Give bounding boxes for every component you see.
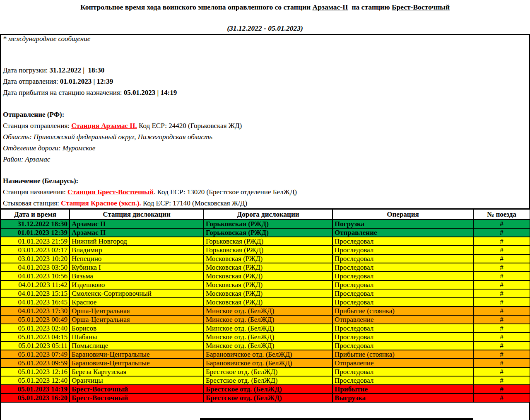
cell-station: Борисов xyxy=(70,324,204,333)
cell-date: 31.12.2022 18:30 xyxy=(1,220,70,228)
cell-operation: Проследовал xyxy=(332,367,473,376)
table-row: 05.01.2023 05:11ПомыслищеМинское отд. (Б… xyxy=(1,341,530,350)
summary-block: Дата погрузки: 31.12.2022 | 18:30 Дата о… xyxy=(3,65,177,98)
cell-station: Арзамас II xyxy=(70,220,204,228)
cell-train: # xyxy=(473,228,530,237)
cell-operation: Проследовал xyxy=(332,289,473,298)
destination-station-line: Станция назначения: Станция Брест-Восточ… xyxy=(3,186,297,198)
cell-station: Непецино xyxy=(70,254,204,263)
international-note: * международное сообщение xyxy=(3,35,90,43)
cell-road: Горьковская (РЖД) xyxy=(204,220,332,228)
cell-operation: Проследовал xyxy=(332,254,473,263)
cell-station: Орша-Центральная xyxy=(70,315,204,324)
departure-station-label: Станция отправления: xyxy=(3,122,71,130)
cell-station: Нижний Новгород xyxy=(70,237,204,246)
destination-station-rest: . Код ЕСР: 13020 (Брестское отделение Бе… xyxy=(154,188,297,196)
departure-heading: Отправление (РФ): xyxy=(3,109,242,120)
cell-date: 05.01.2023 12:16 xyxy=(1,367,70,376)
cell-station: Красное xyxy=(70,298,204,307)
cell-operation: Отправление xyxy=(332,228,473,237)
destination-section: Назначение (Беларусь): Станция назначени… xyxy=(3,175,297,209)
cell-train: # xyxy=(473,280,530,289)
cell-operation: Проследовал xyxy=(332,298,473,307)
cell-road: Московская (РЖД) xyxy=(204,280,332,289)
cell-train: # xyxy=(473,393,530,402)
departure-region-line: Область: Приволжский федеральный округ, … xyxy=(3,131,242,142)
cell-date: 05.01.2023 00:49 xyxy=(1,315,70,324)
table-row: 05.01.2023 04:15ШабаныМинское отд. (БелЖ… xyxy=(1,333,530,341)
cell-station: Оранчицы xyxy=(70,376,204,385)
table-row: 04.01.2023 11:42ИздешковоМосковская (РЖД… xyxy=(1,280,530,289)
cell-road: Минское отд. (БелЖД) xyxy=(204,324,332,333)
arrival-date-value: 05.01.2023 | 14:19 xyxy=(124,89,177,97)
cell-date: 04.01.2023 11:42 xyxy=(1,280,70,289)
cell-operation: Прибытие (стоянка) xyxy=(332,307,473,315)
cell-train: # xyxy=(473,246,530,254)
cell-road: Брестское отд. (БелЖД) xyxy=(204,393,332,402)
table-row: 01.01.2023 21:59Нижний НовгородГорьковск… xyxy=(1,237,530,246)
cell-date: 03.01.2023 02:17 xyxy=(1,246,70,254)
cell-station: Береза Картузская xyxy=(70,367,204,376)
cell-road: Московская (РЖД) xyxy=(204,254,332,263)
destination-station-label: Станция назначения: xyxy=(3,188,67,196)
cell-road: Минское отд. (БелЖД) xyxy=(204,315,332,324)
cell-train: # xyxy=(473,367,530,376)
departure-date-line: Дата отправления: 01.01.2023 | 12:39 xyxy=(3,76,177,87)
cell-road: Брестское отд. (БелЖД) xyxy=(204,376,332,385)
cell-operation: Погрузка xyxy=(332,220,473,228)
destination-station-link[interactable]: Станция Брест-Восточный xyxy=(67,188,154,196)
departure-station-link[interactable]: Станция Арзамас II. xyxy=(71,122,137,130)
cell-station: Издешково xyxy=(70,280,204,289)
cell-station: Брест-Восточный xyxy=(70,385,204,393)
clipped-next-row-strip xyxy=(200,418,473,420)
cell-train: # xyxy=(473,359,530,367)
cell-operation: Отправление xyxy=(332,315,473,324)
cell-station: Кубинка I xyxy=(70,263,204,272)
cell-station: Орша-Центральная xyxy=(70,307,204,315)
cell-operation: Проследовал xyxy=(332,263,473,272)
cell-train: # xyxy=(473,254,530,263)
table-row: 04.01.2023 15:15Смоленск-СортировочныйМо… xyxy=(1,289,530,298)
junction-station-label: Стыковая станция: xyxy=(3,199,61,207)
cell-station: Арзамас II xyxy=(70,228,204,237)
table-row: 05.01.2023 09:59Барановичи-ЦентральныеБа… xyxy=(1,359,530,367)
cell-road: Брестское отд. (БелЖД) xyxy=(204,385,332,393)
loading-date-value: 31.12.2022 | 18:30 xyxy=(50,66,105,74)
cell-station: Помыслище xyxy=(70,341,204,350)
cell-road: Минское отд. (БелЖД) xyxy=(204,341,332,350)
cell-operation: Проследовал xyxy=(332,272,473,280)
cell-train: # xyxy=(473,289,530,298)
column-header: Дорога дислокации xyxy=(204,209,332,220)
cell-operation: Прибытие (стоянка) xyxy=(332,350,473,359)
column-header: Операция xyxy=(332,209,473,220)
cell-operation: Проследовал xyxy=(332,246,473,254)
cell-train: # xyxy=(473,220,530,228)
cell-date: 05.01.2023 09:59 xyxy=(1,359,70,367)
cell-train: # xyxy=(473,237,530,246)
cell-operation: Проследовал xyxy=(332,280,473,289)
report-page: Контрольное время хода воинского эшелона… xyxy=(0,0,530,420)
title-prefix: Контрольное время хода воинского эшелона… xyxy=(80,3,313,11)
cell-date: 05.01.2023 07:49 xyxy=(1,350,70,359)
cell-date: 04.01.2023 15:15 xyxy=(1,289,70,298)
page-title: Контрольное время хода воинского эшелона… xyxy=(0,3,530,12)
cell-date: 01.01.2023 21:59 xyxy=(1,237,70,246)
cell-train: # xyxy=(473,315,530,324)
table-row: 05.01.2023 16:20Брест-ВосточныйБрестское… xyxy=(1,393,530,402)
loading-date-line: Дата погрузки: 31.12.2022 | 18:30 xyxy=(3,65,177,76)
cell-operation: Проследовал xyxy=(332,376,473,385)
cell-road: Московская (РЖД) xyxy=(204,298,332,307)
cell-train: # xyxy=(473,385,530,393)
title-to-station: Брест-Восточный xyxy=(392,3,450,11)
table-row: 04.01.2023 16:45КрасноеМосковская (РЖД)П… xyxy=(1,298,530,307)
cell-operation: Выгрузка xyxy=(332,393,473,402)
cell-date: 04.01.2023 10:56 xyxy=(1,272,70,280)
departure-division-line: Отделение дороги: Муромское xyxy=(3,142,242,154)
junction-station-line: Стыковая станция: Станция Красное (эксп.… xyxy=(3,198,297,209)
cell-road: Московская (РЖД) xyxy=(204,272,332,280)
table-row: 05.01.2023 14:19Брест-ВосточныйБрестское… xyxy=(1,385,530,393)
cell-road: Минское отд. (БелЖД) xyxy=(204,333,332,341)
departure-station-line: Станция отправления: Станция Арзамас II.… xyxy=(3,120,242,131)
cell-operation: Проследовал xyxy=(332,333,473,341)
column-header: Дата и время xyxy=(1,209,70,220)
